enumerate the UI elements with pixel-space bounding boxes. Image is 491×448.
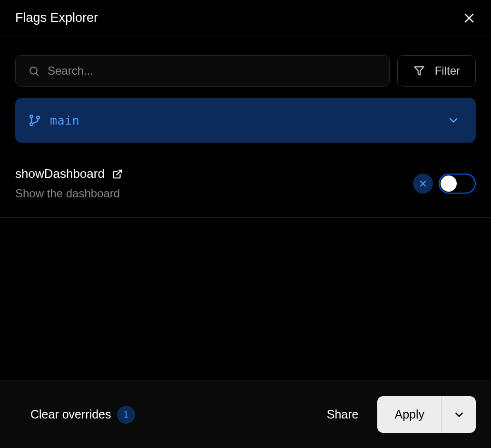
svg-point-2 [30, 67, 37, 74]
apply-button-group: Apply [377, 396, 476, 433]
footer-left: Clear overrides 1 [30, 406, 135, 424]
page-title: Flags Explorer [15, 10, 98, 25]
close-button[interactable] [462, 11, 476, 25]
share-button[interactable]: Share [327, 408, 359, 421]
external-link-icon[interactable] [112, 169, 123, 179]
flag-item: showDashboard Show the dashboard [0, 143, 491, 218]
footer: Clear overrides 1 Share Apply [0, 380, 491, 448]
override-count-badge: 1 [117, 406, 135, 424]
search-box[interactable] [15, 55, 390, 87]
spacer [0, 218, 491, 380]
branch-icon [28, 114, 41, 127]
toggle-knob [441, 175, 457, 192]
header: Flags Explorer [0, 0, 491, 36]
svg-line-8 [117, 170, 121, 175]
branch-selector[interactable]: main [15, 98, 476, 143]
flag-name: showDashboard [15, 166, 105, 181]
branch-left: main [28, 114, 79, 127]
svg-marker-4 [414, 67, 424, 75]
clear-overrides-button[interactable]: Clear overrides 1 [30, 406, 135, 424]
controls-row: Filter [0, 36, 491, 87]
close-icon [419, 179, 427, 188]
apply-dropdown-button[interactable] [442, 396, 476, 433]
close-icon [462, 11, 476, 25]
clear-overrides-label: Clear overrides [30, 408, 111, 421]
flag-toggle[interactable] [439, 174, 476, 194]
branch-name: main [50, 114, 79, 127]
chevron-down-icon [447, 114, 460, 127]
svg-point-6 [30, 123, 33, 126]
search-icon [28, 65, 40, 77]
svg-point-7 [37, 116, 39, 119]
svg-point-5 [30, 115, 33, 118]
chevron-down-icon [453, 409, 465, 421]
footer-right: Share Apply [327, 396, 476, 433]
reset-override-button[interactable] [413, 174, 433, 194]
search-input[interactable] [48, 64, 377, 78]
filter-icon [413, 65, 425, 77]
flag-info: showDashboard Show the dashboard [15, 166, 123, 200]
flag-name-row: showDashboard [15, 166, 123, 181]
flag-description: Show the dashboard [15, 187, 123, 200]
flag-controls [413, 174, 476, 194]
filter-button[interactable]: Filter [397, 55, 476, 87]
apply-button[interactable]: Apply [377, 396, 442, 433]
filter-label: Filter [435, 64, 460, 78]
svg-line-3 [36, 73, 39, 76]
